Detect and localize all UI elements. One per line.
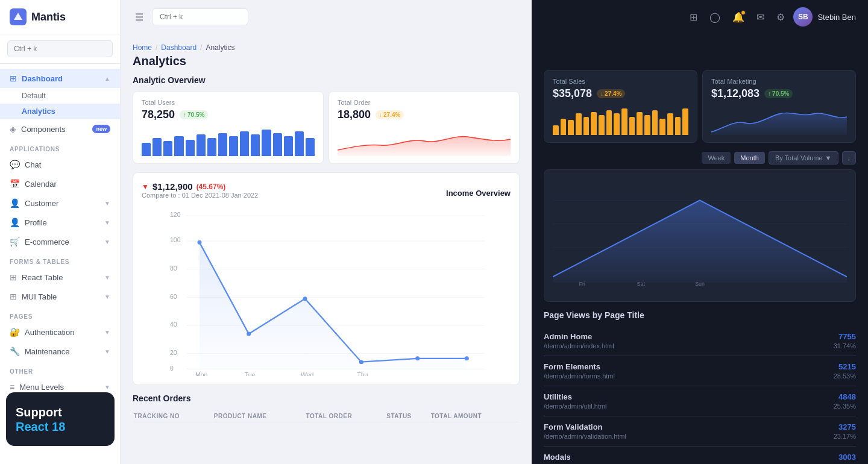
breadcrumb-sep1: / [156,43,157,52]
sidebar-item-default[interactable]: Default [0,88,120,104]
total-users-value: 78,250 [142,108,175,121]
total-users-chart [142,126,315,156]
total-order-badge: ↓27.4% [376,110,404,119]
dashboard-label: Dashboard [22,74,63,83]
profile-circle-button[interactable]: ◯ [706,9,724,25]
sidebar-item-chat[interactable]: 💬 Chat [0,155,120,174]
sidebar-item-analytics[interactable]: Analytics [0,104,120,119]
sidebar-item-ecommerce[interactable]: 🛒 E-commerce ▼ [0,232,120,251]
breadcrumb: Home / Dashboard / Analytics [133,43,520,52]
svg-point-15 [198,240,202,245]
apps-grid-icon: ⊞ [690,12,697,22]
user-bar [174,136,183,156]
section-pages: Pages [0,306,120,322]
user-bar [197,134,206,156]
profile-circle-icon: ◯ [709,12,720,22]
month-button[interactable]: Month [734,152,765,164]
user-bar [251,134,260,156]
sidebar-item-customer[interactable]: 👤 Customer ▼ [0,193,120,213]
svg-text:100: 100 [170,236,181,243]
total-marketing-label: Total Marketing [711,78,847,85]
sidebar-item-dashboard[interactable]: ⊞ Dashboard ▲ [0,69,120,88]
apps-grid-button[interactable]: ⊞ [686,9,701,25]
total-marketing-value: $1,12,083 [711,87,760,100]
analytic-overview-label: Analytic Overview [133,75,520,85]
col-tracking: Tracking No [134,410,213,422]
pv-title-4: Form Validation [544,422,626,431]
notifications-button[interactable]: 🔔 [729,9,748,25]
mui-table-label: MUI Table [22,292,57,301]
svg-text:40: 40 [170,321,177,328]
sidebar-item-profile[interactable]: 👤 Profile ▼ [0,213,120,232]
sales-bar [576,113,582,135]
dashboard-icon: ⊞ [10,74,17,83]
sidebar-item-authentication[interactable]: 🔐 Authentication ▼ [0,322,120,342]
dark-income-chart: Fri Sat Sun [544,169,856,302]
app-name: Mantis [31,11,66,24]
page-views-section: Page Views by Page Title Admin Home /dem… [544,310,856,464]
sidebar-item-calendar[interactable]: 📅 Calendar [0,174,120,193]
pv-title-1: Admin Home [544,332,614,341]
pv-item-3: Utilities /demo/admin/util.html 4848 25.… [544,386,856,416]
calendar-label: Calendar [25,180,57,189]
topbar-search-input[interactable] [152,8,248,25]
topbar: ☰ ⊞ ◯ 🔔 ✉ ⚙ SB Stebin Ben [121,0,868,34]
user-bar [306,138,315,156]
sales-bar [682,108,688,135]
sidebar-search-input[interactable] [7,40,113,57]
download-icon: ↓ [848,154,851,161]
user-bar [240,131,249,156]
pv-item-2: Form Elements /demo/admin/forms.html 521… [544,356,856,386]
ecommerce-label: E-commerce [25,237,69,246]
week-button[interactable]: Week [702,152,731,164]
user-avatar: SB [793,7,813,27]
user-bar [295,131,304,156]
sidebar-item-mui-table[interactable]: ⊞ MUI Table ▼ [0,287,120,306]
pv-value-4: 3275 [834,422,856,431]
income-badge: (45.67%) [197,183,226,191]
breadcrumb-home[interactable]: Home [133,43,152,52]
svg-text:120: 120 [170,211,181,218]
envelope-icon: ✉ [756,12,764,22]
section-applications: Applications [0,139,120,155]
user-bar [218,133,227,157]
sales-bar [568,120,574,135]
sales-bar [621,108,627,135]
total-order-chart [338,126,511,156]
svg-text:Tue: Tue [245,371,256,376]
content-right: Total Sales $35,078 ↓27.4% Total Marketi… [532,34,868,464]
income-overview-card: ▼ $1,12,900 (45.67%) Compare to : 01 Dec… [133,172,520,385]
sidebar-item-react-table[interactable]: ⊞ React Table ▼ [0,268,120,287]
maintenance-label: Maintenance [25,347,69,356]
total-users-label: Total Users [142,99,315,106]
svg-point-20 [465,356,469,360]
volume-button[interactable]: By Total Volume ▼ [769,151,838,165]
svg-text:80: 80 [170,265,177,272]
sidebar-item-maintenance[interactable]: 🔧 Maintenance ▼ [0,342,120,361]
ecommerce-chevron: ▼ [104,239,110,245]
settings-button[interactable]: ⚙ [773,9,788,25]
user-bar [229,136,238,156]
user-bar [284,136,293,156]
messages-button[interactable]: ✉ [753,9,768,25]
profile-label: Profile [25,218,47,227]
menu-levels-label: Menu Levels [19,383,64,392]
components-badge: new [92,125,110,133]
breadcrumb-dashboard[interactable]: Dashboard [161,43,197,52]
download-button[interactable]: ↓ [842,151,857,165]
topbar-left: ☰ [133,8,686,25]
profile-icon: 👤 [10,218,20,227]
income-line-chart: 120 100 80 60 40 20 0 [142,207,511,376]
page-views-title: Page Views by Page Title [544,310,856,320]
notification-badge [741,10,746,15]
sidebar-item-components[interactable]: ◈ Components new [0,119,120,139]
pv-url-3: /demo/admin/util.html [544,403,607,410]
support-popup[interactable]: Support React 18 [6,392,115,446]
menu-toggle-button[interactable]: ☰ [133,9,146,25]
svg-text:20: 20 [170,349,177,356]
svg-marker-0 [14,13,22,20]
svg-text:Sat: Sat [637,281,646,287]
income-controls: Week Month By Total Volume ▼ ↓ [544,151,856,165]
react-table-chevron: ▼ [104,274,110,281]
stat-card-total-marketing: Total Marketing $1,12,083 ↑70.5% [702,70,856,143]
